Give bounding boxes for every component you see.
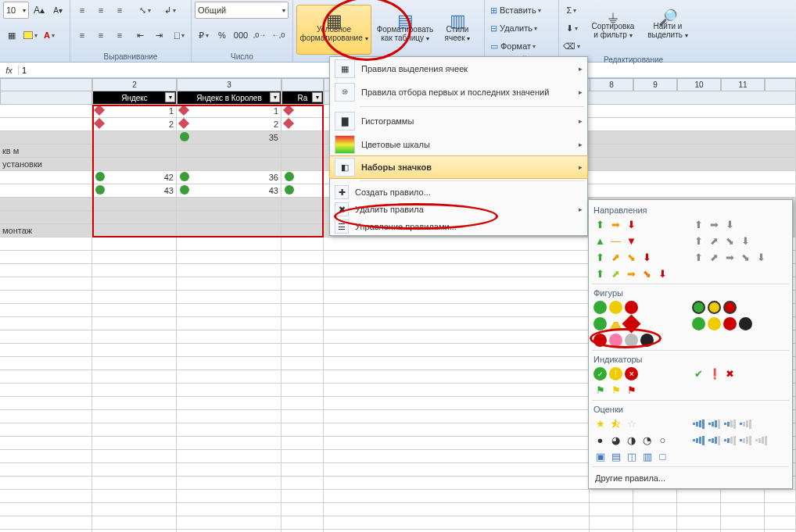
new-rule-icon: ✚ <box>335 185 349 199</box>
iconset-5arrows-gray[interactable]: ⬆⬈➡⬊⬇ <box>692 251 778 264</box>
gallery-header-shapes: Фигуры <box>592 286 789 299</box>
databars-icon: ▇ <box>335 112 355 130</box>
empty-row[interactable] <box>0 490 796 503</box>
menu-clear-rules[interactable]: ✖ Удалить правила▸ <box>330 201 587 218</box>
cell-styles-button[interactable]: ▥ Стили ячеек ▾ <box>439 5 476 55</box>
col-header-1[interactable]: Яндекс▾ <box>92 91 177 105</box>
binoculars-icon: 🔎 <box>658 13 678 22</box>
format-as-table-button[interactable]: ▤ Форматировать как таблицу ▾ <box>373 5 437 55</box>
iconset-3stars[interactable]: ★⯪☆ <box>593 417 679 430</box>
sort-filter-button[interactable]: ⏚ Сортировка и фильтр ▾ <box>586 2 640 52</box>
align-left-button[interactable]: ≡ <box>74 27 91 44</box>
orientation-button[interactable]: ⤡ <box>136 2 153 19</box>
iconset-4arrows-gray[interactable]: ⬆⬈⬊⬇ <box>692 234 778 248</box>
align-center-button[interactable]: ≡ <box>92 27 109 44</box>
menu-data-bars[interactable]: ▇ Гистограммы▸ <box>330 109 587 133</box>
align-middle-button[interactable]: ≡ <box>92 2 109 19</box>
menu-top-bottom-rules[interactable]: ⑩ Правила отбора первых и последних знач… <box>330 80 587 104</box>
col-header-3[interactable]: Ra▾ <box>281 91 324 105</box>
empty-row[interactable] <box>0 516 796 530</box>
delete-button[interactable]: ⊟Удалить <box>488 20 555 37</box>
iconset-3symbols-circled[interactable]: ✓!✕ <box>593 367 679 380</box>
iconset-redtoblack[interactable] <box>593 334 679 347</box>
iconset-3trafficlights-rimmed[interactable] <box>692 301 778 314</box>
insert-button[interactable]: ⊞Вставить <box>488 2 555 19</box>
decrease-decimal-button[interactable]: ←,0 <box>270 27 287 44</box>
table-icon: ▤ <box>397 16 414 25</box>
menu-color-scales[interactable]: Цветовые шкалы▸ <box>330 133 587 156</box>
increase-decimal-button[interactable]: ,0→ <box>251 27 268 44</box>
borders-button[interactable]: ▦ <box>3 27 20 44</box>
fill-button[interactable]: ⬇ <box>562 20 581 37</box>
fill-color-button[interactable] <box>22 27 39 44</box>
iconset-3symbols-uncircled[interactable]: ✔❗✖ <box>692 367 778 380</box>
clear-button[interactable]: ⌫ <box>562 37 581 55</box>
highlight-icon: ▦ <box>335 59 355 78</box>
comma-style-button[interactable]: 000 <box>232 27 249 44</box>
ribbon: 10▾ A▴ A▾ ▦ A ≡ ≡ ≡ ⤡ ↲ ≡ ≡ ≡ ⇤ ⇥ <box>0 0 796 62</box>
iconsets-icon: ◧ <box>335 158 355 177</box>
iconset-4trafficlights[interactable] <box>692 317 778 330</box>
alignment-group: ≡ ≡ ≡ ⤡ ↲ ≡ ≡ ≡ ⇤ ⇥ ⎕ Выравнивание <box>70 0 192 62</box>
merge-button[interactable]: ⎕ <box>170 27 188 44</box>
percent-button[interactable]: % <box>213 27 231 44</box>
iconset-3arrows-gray[interactable]: ⬆➡⬇ <box>692 218 778 231</box>
align-top-button[interactable]: ≡ <box>74 2 91 19</box>
align-right-button[interactable]: ≡ <box>111 27 128 44</box>
topbottom-icon: ⑩ <box>335 83 355 102</box>
iconset-3arrows-colored[interactable]: ⬆➡⬇ <box>593 218 679 231</box>
align-bottom-button[interactable]: ≡ <box>111 2 128 19</box>
number-format-combo[interactable]: Общий▾ <box>195 2 289 19</box>
iconset-5quarters[interactable]: ●◕◑◔○ <box>593 434 679 447</box>
icon-sets-gallery: Направления ⬆➡⬇ ⬆➡⬇ ▲—▼ ⬆⬈⬊⬇ ⬆⬈⬊⬇ ⬆⬈➡⬊⬇ … <box>588 199 793 489</box>
font-group: 10▾ A▴ A▾ ▦ A <box>0 0 70 62</box>
decrease-indent-button[interactable]: ⇤ <box>131 27 149 44</box>
empty-row[interactable] <box>0 503 796 516</box>
iconset-5ratings[interactable] <box>692 434 778 447</box>
iconset-4ratings[interactable] <box>692 417 778 430</box>
styles-group: ▦ Условное форматирование ▾ ▤ Форматиров… <box>293 0 485 62</box>
colorscales-icon <box>335 135 355 154</box>
increase-indent-button[interactable]: ⇥ <box>150 27 167 44</box>
filter-icon[interactable]: ▾ <box>270 92 280 102</box>
decrease-font-button[interactable]: A▾ <box>49 2 66 19</box>
gallery-more-rules[interactable]: Другие правила... <box>592 469 789 485</box>
iconset-3trafficlights-unrimmed[interactable] <box>593 301 679 314</box>
manage-rules-icon: ☰ <box>335 220 349 234</box>
filter-icon[interactable]: ▾ <box>165 92 175 102</box>
col-header-2[interactable]: Яндекс в Королев▾ <box>177 91 281 105</box>
find-select-button[interactable]: 🔎 Найти и выделить ▾ <box>642 2 694 52</box>
gallery-header-ratings: Оценки <box>592 402 789 416</box>
iconset-3triangles[interactable]: ▲—▼ <box>593 234 679 248</box>
font-size-combo[interactable]: 10▾ <box>3 2 29 19</box>
menu-highlight-rules[interactable]: ▦ Правила выделения ячеек▸ <box>330 57 587 80</box>
menu-new-rule[interactable]: ✚ Создать правило... <box>330 184 587 201</box>
fx-label[interactable]: fx <box>0 66 19 75</box>
iconset-5boxes[interactable]: ▣▤◫▥□ <box>593 450 679 463</box>
gallery-header-directions: Направления <box>592 203 789 216</box>
iconset-4arrows-colored[interactable]: ⬆⬈⬊⬇ <box>593 251 679 264</box>
filter-icon[interactable]: ▾ <box>312 92 322 102</box>
menu-icon-sets[interactable]: ◧ Наборы значков▸ <box>329 155 588 179</box>
conditional-formatting-menu: ▦ Правила выделения ячеек▸ ⑩ Правила отб… <box>329 56 588 236</box>
cell-styles-icon: ▥ <box>450 16 466 25</box>
conditional-formatting-icon: ▦ <box>326 16 342 25</box>
increase-font-button[interactable]: A▴ <box>30 2 48 19</box>
iconset-3signs[interactable] <box>593 317 679 330</box>
number-label: Число <box>195 52 289 61</box>
editing-group: Σ ⬇ ⌫ ⏚ Сортировка и фильтр ▾ 🔎 Найти и … <box>559 0 708 62</box>
cells-group: ⊞Вставить ⊟Удалить ▭Формат Ячейки <box>485 0 559 62</box>
gallery-header-indicators: Индикаторы <box>592 352 789 366</box>
wrap-text-button[interactable]: ↲ <box>161 2 178 19</box>
conditional-formatting-button[interactable]: ▦ Условное форматирование ▾ <box>296 5 371 55</box>
iconset-3flags[interactable]: ⚑⚑⚑ <box>593 384 679 397</box>
number-group: Общий▾ ₽ % 000 ,0→ ←,0 Число <box>192 0 293 62</box>
menu-manage-rules[interactable]: ☰ Управление правилами... <box>330 218 587 235</box>
accounting-format-button[interactable]: ₽ <box>195 27 212 44</box>
clear-rules-icon: ✖ <box>335 202 349 216</box>
alignment-label: Выравнивание <box>74 52 188 61</box>
format-button[interactable]: ▭Формат <box>488 37 555 55</box>
font-color-button[interactable]: A <box>41 27 58 44</box>
iconset-5arrows-colored[interactable]: ⬆⬈➡⬊⬇ <box>593 267 679 280</box>
autosum-button[interactable]: Σ <box>562 2 581 19</box>
